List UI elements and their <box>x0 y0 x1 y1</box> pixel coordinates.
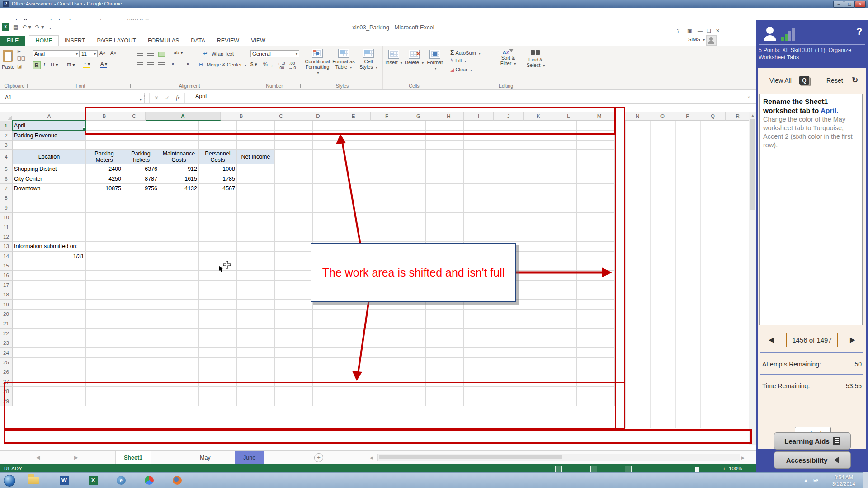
cell[interactable] <box>501 222 539 232</box>
cell[interactable] <box>426 203 464 213</box>
row-header-8[interactable]: 8 <box>0 193 13 203</box>
cell[interactable] <box>313 222 351 232</box>
cell[interactable] <box>275 174 313 183</box>
sheet-nav-right-icon[interactable]: ▶ <box>74 455 78 460</box>
cell[interactable] <box>237 310 275 319</box>
tab-page-layout[interactable]: PAGE LAYOUT <box>91 36 142 46</box>
cell[interactable] <box>13 329 86 338</box>
row-header-22[interactable]: 22 <box>0 329 13 338</box>
tray-expand-icon[interactable]: ▲ <box>804 478 808 483</box>
cell[interactable] <box>388 164 426 174</box>
select-all-corner[interactable] <box>0 112 13 121</box>
cell[interactable] <box>577 358 615 367</box>
cell[interactable] <box>123 242 159 251</box>
cell[interactable] <box>539 222 577 232</box>
cell[interactable] <box>86 222 123 232</box>
cell[interactable] <box>464 367 502 377</box>
cell[interactable] <box>13 203 86 213</box>
cell[interactable] <box>13 232 86 242</box>
cell[interactable] <box>86 252 123 261</box>
excel-close-icon[interactable]: ✕ <box>716 28 720 34</box>
cell[interactable] <box>13 310 86 319</box>
cell[interactable]: 1785 <box>199 174 237 183</box>
cell[interactable] <box>275 232 313 242</box>
cell[interactable] <box>313 213 351 222</box>
cell[interactable] <box>199 271 237 280</box>
cell[interactable] <box>388 232 426 242</box>
column-header-O[interactable]: O <box>650 112 675 121</box>
cell[interactable] <box>501 329 539 338</box>
cell[interactable]: 1615 <box>159 174 199 183</box>
cell[interactable] <box>388 367 426 377</box>
cell[interactable] <box>501 141 539 150</box>
cell[interactable] <box>86 290 123 300</box>
font-dialog-launcher[interactable] <box>127 84 131 88</box>
cell[interactable] <box>426 232 464 242</box>
decrease-font-icon[interactable]: A˅ <box>110 50 117 56</box>
cell[interactable] <box>426 348 464 357</box>
formula-bar-expand-icon[interactable]: ⌄ <box>747 94 750 99</box>
cell[interactable] <box>313 232 351 242</box>
cell[interactable] <box>86 338 123 348</box>
cell[interactable] <box>275 271 313 280</box>
cell[interactable] <box>13 319 86 328</box>
cell[interactable] <box>123 213 159 222</box>
avatar[interactable] <box>706 35 717 46</box>
cell[interactable] <box>275 150 313 164</box>
cell[interactable]: 8787 <box>123 174 159 183</box>
cell[interactable] <box>275 193 313 203</box>
cell[interactable] <box>237 348 275 357</box>
accounting-format-icon[interactable]: $ ▾ <box>250 61 257 67</box>
cell[interactable] <box>123 329 159 338</box>
cell[interactable] <box>539 203 577 213</box>
cell[interactable] <box>426 184 464 193</box>
cell[interactable]: 4567 <box>199 184 237 193</box>
cell[interactable] <box>275 281 313 290</box>
cell[interactable] <box>350 203 388 213</box>
row-header-16[interactable]: 16 <box>0 271 13 280</box>
cell[interactable] <box>388 319 426 328</box>
cell[interactable] <box>539 367 577 377</box>
cell[interactable] <box>426 141 464 150</box>
cell[interactable] <box>388 358 426 367</box>
italic-button[interactable]: I <box>43 62 45 67</box>
cell[interactable] <box>86 367 123 377</box>
cell[interactable] <box>86 281 123 290</box>
cell[interactable] <box>464 358 502 367</box>
cell[interactable] <box>577 300 615 309</box>
cell[interactable] <box>350 193 388 203</box>
cell[interactable] <box>237 174 275 183</box>
cell[interactable] <box>350 174 388 183</box>
decrease-indent-icon[interactable]: ⇤≡ <box>172 61 179 67</box>
cell[interactable] <box>350 319 388 328</box>
cell[interactable] <box>275 184 313 193</box>
cell[interactable] <box>426 329 464 338</box>
cell[interactable]: Location <box>13 150 86 164</box>
cell[interactable] <box>237 358 275 367</box>
cell[interactable] <box>275 222 313 232</box>
cell[interactable]: Shopping District <box>13 164 86 174</box>
cell[interactable] <box>86 193 123 203</box>
cell[interactable]: Parking Revenue <box>13 131 86 141</box>
font-color-icon[interactable]: A ▾ <box>100 61 107 68</box>
cell[interactable] <box>86 242 123 251</box>
top-align-icon[interactable] <box>137 52 143 56</box>
row-header-3[interactable]: 3 <box>0 141 13 150</box>
taskbar-folder-icon[interactable] <box>28 477 39 484</box>
formula-bar-splitter[interactable]: ⁞ <box>144 94 145 100</box>
cell[interactable] <box>501 319 539 328</box>
cell[interactable] <box>577 290 615 300</box>
row-header-25[interactable]: 25 <box>0 358 13 367</box>
format-as-table-button[interactable]: Format asTable ▾ <box>331 49 356 70</box>
cell[interactable] <box>237 290 275 300</box>
view-all-button[interactable]: View All <box>769 77 792 84</box>
excel-help-icon[interactable]: ? <box>677 28 679 33</box>
cell[interactable] <box>350 150 388 164</box>
cell[interactable] <box>577 310 615 319</box>
cell[interactable] <box>577 232 615 242</box>
cell[interactable] <box>275 213 313 222</box>
cell[interactable]: Parking Tickets <box>123 150 159 164</box>
borders-icon[interactable]: ⊞ ▾ <box>67 62 75 68</box>
cell[interactable] <box>539 281 577 290</box>
cell[interactable] <box>501 203 539 213</box>
